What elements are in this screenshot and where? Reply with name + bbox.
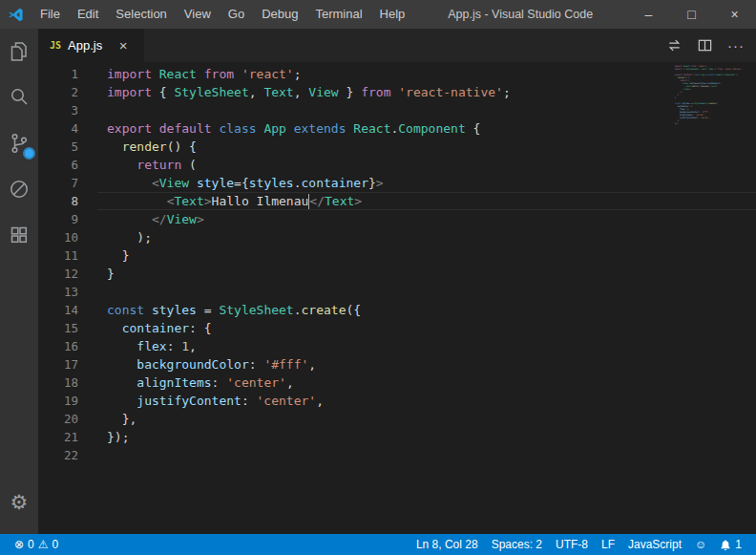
line-number[interactable]: 2 xyxy=(38,83,97,101)
minimap-line: import { StyleSheet, Text, View } from '… xyxy=(675,68,743,71)
activity-item-extensions[interactable] xyxy=(0,212,38,258)
code-line[interactable]: 17 backgroundColor: '#fff', xyxy=(38,355,756,374)
code-line[interactable]: 9 </View> xyxy=(38,210,756,228)
status-right: Ln 8, Col 28 Spaces: 2 UTF-8 LF JavaScri… xyxy=(410,534,756,555)
code-text: } xyxy=(97,246,756,265)
menu-view[interactable]: View xyxy=(176,0,220,29)
menu-help[interactable]: Help xyxy=(371,0,414,29)
line-number[interactable]: 8 xyxy=(38,192,97,210)
activity-item-debug[interactable] xyxy=(0,166,38,212)
code-line[interactable]: 20 }, xyxy=(38,410,756,428)
code-line[interactable]: 4export default class App extends React.… xyxy=(38,119,756,138)
tab-close-icon[interactable]: × xyxy=(115,37,132,53)
encoding-setting[interactable]: UTF-8 xyxy=(549,534,595,555)
line-number[interactable]: 17 xyxy=(38,355,97,374)
menu-debug[interactable]: Debug xyxy=(253,0,306,29)
code-text: import { StyleSheet, Text, View } from '… xyxy=(97,83,756,101)
cursor-position[interactable]: Ln 8, Col 28 xyxy=(410,534,485,555)
line-number[interactable]: 22 xyxy=(38,446,97,464)
menu-go[interactable]: Go xyxy=(220,0,253,29)
code-text: <Text>Hallo Ilmenau</Text> xyxy=(97,192,756,210)
line-number[interactable]: 4 xyxy=(38,119,97,138)
line-number[interactable]: 12 xyxy=(38,265,97,283)
eol-setting[interactable]: LF xyxy=(595,534,621,555)
line-number[interactable]: 7 xyxy=(38,174,97,192)
line-number[interactable]: 15 xyxy=(38,319,97,337)
tab-label: App.js xyxy=(68,38,102,53)
line-number[interactable]: 10 xyxy=(38,228,97,246)
code-line[interactable]: 2import { StyleSheet, Text, View } from … xyxy=(38,83,756,101)
code-line[interactable]: 1import React from 'react'; xyxy=(38,65,756,83)
maximize-button[interactable]: □ xyxy=(670,0,713,29)
activity-item-explorer[interactable] xyxy=(0,29,38,75)
line-number[interactable]: 9 xyxy=(38,210,97,228)
notifications-bell[interactable]: 1 xyxy=(713,534,748,555)
line-number[interactable]: 19 xyxy=(38,392,97,410)
code-lines: 1import React from 'react';2import { Sty… xyxy=(38,65,756,464)
window-title: App.js - Visual Studio Code xyxy=(413,8,627,21)
code-text xyxy=(97,446,756,464)
line-number[interactable]: 13 xyxy=(38,283,97,301)
code-text: export default class App extends React.C… xyxy=(97,119,756,138)
line-number[interactable]: 18 xyxy=(38,374,97,392)
warning-count: 0 xyxy=(52,538,59,551)
status-left: ⊗ 0 ⚠ 0 xyxy=(0,534,65,555)
tab-appjs[interactable]: JS App.js × xyxy=(38,29,145,62)
problems-indicator[interactable]: ⊗ 0 ⚠ 0 xyxy=(8,534,65,555)
activity-bar: ⚙ xyxy=(0,29,38,534)
code-line[interactable]: 16 flex: 1, xyxy=(38,337,756,355)
language-mode[interactable]: JavaScript xyxy=(621,534,688,555)
minimap[interactable]: import React from 'react';import { Style… xyxy=(675,65,743,128)
line-number[interactable]: 14 xyxy=(38,301,97,319)
warning-icon: ⚠ xyxy=(38,539,49,550)
code-line[interactable]: 5 render() { xyxy=(38,138,756,156)
line-number[interactable]: 16 xyxy=(38,337,97,355)
code-line[interactable]: 6 return ( xyxy=(38,156,756,174)
editor[interactable]: 1import React from 'react';2import { Sty… xyxy=(38,62,756,534)
swap-arrows-icon[interactable] xyxy=(666,37,682,53)
code-line[interactable]: 10 ); xyxy=(38,228,756,246)
menu-edit[interactable]: Edit xyxy=(69,0,107,29)
debug-icon xyxy=(8,178,31,201)
code-line[interactable]: 19 justifyContent: 'center', xyxy=(38,392,756,410)
activity-item-search[interactable] xyxy=(0,75,38,120)
source-control-sync-badge xyxy=(23,147,35,160)
status-bar: ⊗ 0 ⚠ 0 Ln 8, Col 28 Spaces: 2 UTF-8 LF … xyxy=(0,534,756,555)
code-text: backgroundColor: '#fff', xyxy=(97,355,756,374)
menu-selection[interactable]: Selection xyxy=(107,0,175,29)
code-line[interactable]: 7 <View style={styles.container}> xyxy=(38,174,756,192)
code-text: ); xyxy=(97,228,756,246)
javascript-file-icon: JS xyxy=(50,40,61,51)
code-line[interactable]: 12} xyxy=(38,265,756,283)
close-button[interactable]: × xyxy=(713,0,756,29)
activity-item-source-control[interactable] xyxy=(0,120,38,166)
code-line[interactable]: 22 xyxy=(38,446,756,464)
line-number[interactable]: 20 xyxy=(38,410,97,428)
error-count: 0 xyxy=(28,538,34,551)
code-line[interactable]: 11 } xyxy=(38,246,756,265)
code-text: }, xyxy=(97,410,756,428)
menu-terminal[interactable]: Terminal xyxy=(306,0,370,29)
line-number[interactable]: 21 xyxy=(38,428,97,446)
split-editor-icon[interactable] xyxy=(697,37,713,53)
code-line[interactable]: 21}); xyxy=(38,428,756,446)
settings-button[interactable]: ⚙ xyxy=(0,479,38,524)
code-line[interactable]: 15 container: { xyxy=(38,319,756,337)
code-line[interactable]: 18 alignItems: 'center', xyxy=(38,374,756,392)
line-number[interactable]: 5 xyxy=(38,138,97,156)
line-number[interactable]: 6 xyxy=(38,156,97,174)
line-number[interactable]: 1 xyxy=(38,65,97,83)
menu-file[interactable]: File xyxy=(32,0,69,29)
minimize-button[interactable]: – xyxy=(627,0,670,29)
feedback-smiley[interactable]: ☺ xyxy=(688,534,713,555)
code-text: <View style={styles.container}> xyxy=(97,174,756,192)
code-line[interactable]: 8 <Text>Hallo Ilmenau</Text> xyxy=(38,192,756,210)
more-actions-icon[interactable]: ··· xyxy=(727,38,745,53)
code-line[interactable]: 3 xyxy=(38,101,756,119)
line-number[interactable]: 11 xyxy=(38,246,97,265)
code-text: } xyxy=(97,265,756,283)
code-line[interactable]: 14const styles = StyleSheet.create({ xyxy=(38,301,756,319)
indentation-setting[interactable]: Spaces: 2 xyxy=(485,534,549,555)
code-line[interactable]: 13 xyxy=(38,283,756,301)
line-number[interactable]: 3 xyxy=(38,101,97,119)
